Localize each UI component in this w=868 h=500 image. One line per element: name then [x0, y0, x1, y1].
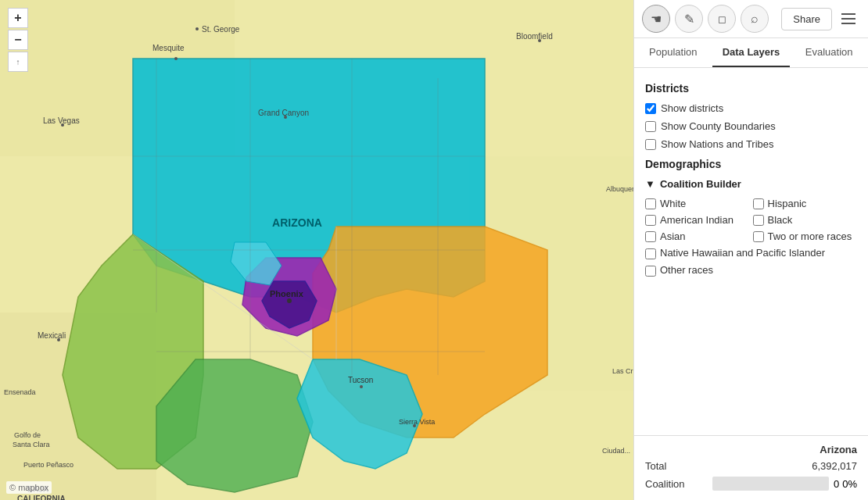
asian-item: Asian — [645, 230, 750, 242]
panel-content: Districts Show districts Show County Bou… — [634, 68, 868, 435]
black-checkbox[interactable] — [753, 215, 764, 226]
show-districts-label[interactable]: Show districts — [661, 102, 723, 114]
coalition-stats-row: Coalition 0 0% — [645, 477, 857, 491]
coalition-builder: ▼ Coalition Builder White Hispanic — [645, 178, 857, 277]
show-county-label[interactable]: Show County Boundaries — [661, 120, 776, 132]
demographics-header: Demographics — [645, 158, 857, 170]
black-label[interactable]: Black — [768, 214, 793, 226]
svg-text:Mexicali: Mexicali — [38, 331, 66, 340]
svg-text:St. George: St. George — [202, 25, 240, 34]
svg-text:Las Vegas: Las Vegas — [43, 116, 80, 125]
menu-line-2 — [841, 18, 855, 20]
menu-line-1 — [841, 13, 855, 15]
svg-text:Puerto Peñasco: Puerto Peñasco — [23, 461, 74, 469]
stats-region-label: Arizona — [820, 444, 857, 455]
two-or-more-checkbox[interactable] — [753, 231, 764, 242]
draw-tool-button[interactable]: ✎ — [675, 5, 703, 33]
stats-footer: Arizona Total 6,392,017 Coalition 0 0% — [634, 435, 868, 500]
total-value: 6,392,017 — [708, 460, 857, 472]
map-zoom-controls: + − ↑ — [8, 8, 28, 72]
american-indian-item: American Indian — [645, 214, 750, 226]
right-panel: ☚ ✎ ◻ ⌕ Share Population Data Layers Eva… — [633, 0, 868, 500]
demographics-section: Demographics ▼ Coalition Builder White — [645, 158, 857, 277]
svg-text:Bloomfield: Bloomfield — [516, 32, 553, 41]
white-label[interactable]: White — [660, 198, 686, 209]
coalition-label: Coalition — [645, 478, 708, 490]
show-nations-row: Show Nations and Tribes — [645, 138, 857, 150]
share-button[interactable]: Share — [781, 8, 832, 30]
total-stats-row: Total 6,392,017 — [645, 460, 857, 472]
svg-point-32 — [360, 385, 363, 388]
american-indian-label[interactable]: American Indian — [660, 214, 733, 226]
svg-marker-8 — [156, 359, 313, 492]
tab-evaluation[interactable]: Evaluation — [790, 38, 868, 67]
svg-text:CALIFORNIA: CALIFORNIA — [17, 495, 66, 500]
svg-point-26 — [287, 298, 292, 303]
menu-button[interactable] — [837, 7, 860, 30]
other-races-label[interactable]: Other races — [660, 264, 713, 276]
tab-population[interactable]: Population — [634, 38, 712, 67]
tab-data-layers[interactable]: Data Layers — [712, 38, 791, 67]
tab-bar: Population Data Layers Evaluation — [634, 38, 868, 68]
svg-point-21 — [174, 57, 178, 60]
show-county-checkbox[interactable] — [645, 121, 656, 132]
white-checkbox[interactable] — [645, 198, 656, 209]
coalition-value: 0 — [834, 478, 839, 490]
show-districts-checkbox[interactable] — [645, 103, 656, 114]
show-nations-label[interactable]: Show Nations and Tribes — [661, 138, 774, 150]
svg-text:Ensenada: Ensenada — [4, 388, 36, 396]
map-container[interactable]: St. George Bloomfield Las Vegas Mesquite… — [0, 0, 633, 500]
compass-button[interactable]: ↑ — [8, 52, 28, 72]
svg-text:Albuquer...: Albuquer... — [606, 185, 633, 193]
coalition-grid: White Hispanic American Indian Black — [645, 198, 857, 242]
native-hawaiian-label[interactable]: Native Hawaiian and Pacific Islander — [660, 247, 825, 259]
show-county-row: Show County Boundaries — [645, 120, 857, 132]
coalition-pct: 0% — [842, 478, 857, 490]
map-svg: St. George Bloomfield Las Vegas Mesquite… — [0, 0, 633, 500]
other-races-checkbox[interactable] — [645, 266, 656, 277]
coalition-arrow-icon: ▼ — [645, 178, 655, 190]
svg-text:Golfo de: Golfo de — [14, 431, 41, 439]
asian-checkbox[interactable] — [645, 231, 656, 242]
toolbar: ☚ ✎ ◻ ⌕ Share — [634, 0, 868, 38]
native-hawaiian-checkbox[interactable] — [645, 248, 656, 259]
show-districts-row: Show districts — [645, 102, 857, 114]
svg-text:Phoenix: Phoenix — [270, 289, 304, 298]
black-item: Black — [753, 214, 858, 226]
hispanic-label[interactable]: Hispanic — [768, 198, 807, 209]
native-hawaiian-item: Native Hawaiian and Pacific Islander — [645, 247, 857, 259]
stats-header-row: Arizona — [645, 444, 857, 455]
hispanic-checkbox[interactable] — [753, 198, 764, 209]
coalition-builder-label: Coalition Builder — [660, 178, 741, 190]
erase-tool-button[interactable]: ◻ — [708, 5, 736, 33]
svg-text:Ciudad...: Ciudad... — [602, 447, 630, 455]
svg-text:Grand Canyon: Grand Canyon — [258, 109, 309, 117]
show-nations-checkbox[interactable] — [645, 139, 656, 150]
zoom-out-button[interactable]: − — [8, 30, 28, 50]
search-tool-button[interactable]: ⌕ — [741, 5, 769, 33]
asian-label[interactable]: Asian — [660, 230, 686, 242]
two-or-more-item: Two or more races — [753, 230, 858, 242]
zoom-in-button[interactable]: + — [8, 8, 28, 28]
svg-text:Mesquite: Mesquite — [152, 44, 185, 52]
two-or-more-label[interactable]: Two or more races — [768, 230, 852, 242]
white-item: White — [645, 198, 750, 209]
svg-point-15 — [195, 27, 199, 30]
other-races-item: Other races — [645, 264, 857, 277]
svg-text:Las Cruce...: Las Cruce... — [612, 367, 633, 375]
coalition-builder-header[interactable]: ▼ Coalition Builder — [645, 178, 857, 190]
total-label: Total — [645, 460, 708, 472]
pan-tool-button[interactable]: ☚ — [642, 5, 670, 33]
svg-text:Tucson: Tucson — [348, 376, 373, 384]
american-indian-checkbox[interactable] — [645, 215, 656, 226]
menu-line-3 — [841, 23, 855, 24]
districts-header: Districts — [645, 82, 857, 95]
coalition-bar-container — [712, 477, 829, 491]
svg-text:Sierra Vista: Sierra Vista — [399, 418, 435, 426]
svg-text:Santa Clara: Santa Clara — [13, 441, 50, 448]
hispanic-item: Hispanic — [753, 198, 858, 209]
svg-text:ARIZONA: ARIZONA — [272, 216, 322, 229]
mapbox-logo: © mapbox — [6, 481, 52, 494]
